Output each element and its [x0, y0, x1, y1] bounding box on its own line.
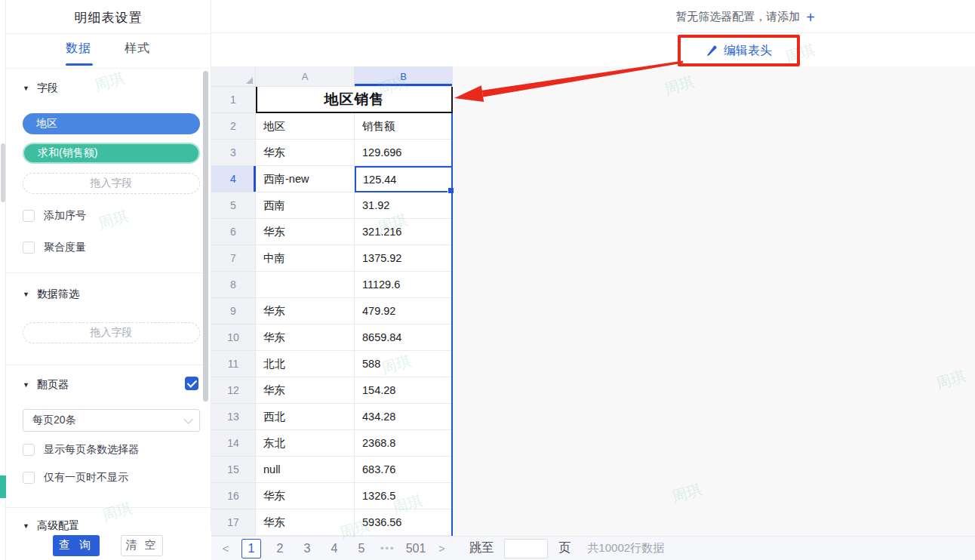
table-row: 7中南1375.92	[211, 245, 453, 272]
clear-button[interactable]: 清 空	[121, 535, 163, 556]
prev-page-icon[interactable]: <	[220, 542, 231, 555]
row-header[interactable]: 6	[211, 219, 256, 245]
cell-region[interactable]	[256, 272, 355, 298]
row-header[interactable]: 14	[211, 430, 256, 457]
row-header[interactable]: 9	[211, 298, 256, 325]
cell-value[interactable]: 154.28	[355, 377, 453, 404]
total-rows-text: 共10002行数据	[587, 541, 664, 555]
cell-region[interactable]: 华东	[256, 298, 355, 325]
cell-region[interactable]: 华东	[256, 140, 355, 166]
cell-region[interactable]: 东北	[256, 430, 355, 457]
cell-region[interactable]: 华东	[256, 325, 355, 351]
sidebar-tabs: 数据 样式	[6, 41, 211, 66]
jump-to-label: 跳至	[469, 540, 494, 556]
cell-value[interactable]: 434.28	[355, 404, 453, 430]
table-row: 811129.6	[211, 272, 453, 298]
cell-value[interactable]: 1375.92	[355, 245, 453, 272]
cell-value[interactable]: 588	[355, 351, 453, 377]
cell-value[interactable]: 683.76	[355, 457, 453, 483]
cell-value[interactable]: 321.216	[355, 219, 453, 245]
ellipsis-pages[interactable]: •••	[380, 543, 395, 554]
row-header[interactable]: 12	[211, 377, 256, 404]
checkbox-unchecked-icon[interactable]	[23, 210, 35, 222]
field-drop-zone[interactable]: 拖入字段	[23, 173, 200, 194]
checkbox-row-show-size-selector[interactable]: 显示每页条数选择器	[23, 443, 139, 457]
cell-value[interactable]: 2368.8	[355, 430, 453, 457]
cell-region[interactable]: 西北	[256, 404, 355, 430]
cell-value[interactable]: 31.92	[355, 192, 453, 219]
checkbox-unchecked-icon[interactable]	[23, 472, 35, 484]
cell-region[interactable]: 华东	[256, 377, 355, 404]
cell-region[interactable]: 西南	[256, 192, 355, 219]
column-header-b[interactable]: B	[355, 66, 453, 87]
page-unit-label: 页	[558, 540, 571, 556]
row-header[interactable]: 1	[211, 87, 256, 113]
cell-region[interactable]: 华东	[256, 219, 355, 245]
sidebar-scrollbar[interactable]	[203, 71, 208, 402]
column-header-a[interactable]: A	[256, 66, 355, 87]
cell-region[interactable]: 华东	[256, 483, 355, 509]
tab-data[interactable]: 数据	[66, 41, 91, 57]
current-page-button[interactable]: 1	[241, 539, 261, 558]
cell-value[interactable]: 5936.56	[355, 509, 453, 536]
checkbox-row-hide-single-page[interactable]: 仅有一页时不显示	[23, 471, 128, 485]
cell-value[interactable]: 1326.5	[355, 483, 453, 509]
checkbox-unchecked-icon[interactable]	[23, 444, 35, 456]
query-button[interactable]: 查 询	[53, 535, 100, 556]
cell-region[interactable]: 北北	[256, 351, 355, 377]
row-header[interactable]: 8	[211, 272, 256, 298]
cell-value[interactable]: 129.696	[355, 140, 453, 166]
page-size-select[interactable]: 每页20条	[23, 409, 200, 432]
page-button[interactable]: 4	[326, 542, 343, 555]
table-title-cell[interactable]: 地区销售	[256, 87, 453, 113]
row-header[interactable]: 16	[211, 483, 256, 509]
add-filter-icon[interactable]: +	[806, 12, 815, 23]
field-pill-region[interactable]: 地区	[23, 113, 200, 134]
select-all-corner[interactable]	[211, 66, 256, 87]
cell-value[interactable]: 8659.84	[355, 325, 453, 351]
tab-style[interactable]: 样式	[125, 41, 150, 57]
next-page-icon[interactable]: >	[436, 542, 447, 555]
table-row: 16华东1326.5	[211, 483, 453, 509]
table-header-row: 2 地区 销售额	[211, 113, 453, 140]
cell-value[interactable]: 11129.6	[355, 272, 453, 298]
row-header[interactable]: 17	[211, 509, 256, 536]
last-page-button[interactable]: 501	[406, 542, 426, 555]
page-button[interactable]: 2	[272, 542, 288, 555]
mini-scrollbar-thumb[interactable]	[1, 143, 5, 202]
cell-region[interactable]: 中南	[256, 245, 355, 272]
row-header[interactable]: 2	[211, 113, 256, 140]
section-fields[interactable]: ▼ 字段	[23, 82, 58, 95]
page-button[interactable]: 3	[299, 542, 315, 555]
cell-value[interactable]: 479.92	[355, 298, 453, 325]
edit-header-button[interactable]: 编辑表头	[706, 43, 772, 59]
jump-page-input[interactable]	[504, 539, 548, 558]
filter-drop-zone[interactable]: 拖入字段	[23, 322, 200, 343]
checkbox-unchecked-icon[interactable]	[23, 242, 35, 254]
sidebar-title: 明细表设置	[6, 9, 211, 26]
section-pager[interactable]: ▼ 翻页器	[23, 378, 69, 392]
table-row: 15null683.76	[211, 457, 453, 483]
cell-region[interactable]: 西南-new	[256, 166, 355, 192]
row-header[interactable]: 10	[211, 325, 256, 351]
active-tab-underline	[66, 63, 93, 66]
header-cell-region[interactable]: 地区	[256, 113, 355, 140]
sidebar-button-bar: 查 询 清 空	[6, 531, 211, 560]
row-header[interactable]: 7	[211, 245, 256, 272]
row-header[interactable]: 5	[211, 192, 256, 219]
header-cell-sales[interactable]: 销售额	[355, 113, 453, 140]
row-header[interactable]: 15	[211, 457, 256, 483]
field-pill-sum-sales[interactable]: 求和(销售额)	[23, 143, 200, 164]
row-header[interactable]: 11	[211, 351, 256, 377]
section-data-filter[interactable]: ▼ 数据筛选	[23, 288, 79, 301]
row-header[interactable]: 13	[211, 404, 256, 430]
checkbox-row-aggregate[interactable]: 聚合度量	[23, 241, 86, 254]
checkbox-row-add-index[interactable]: 添加序号	[23, 209, 86, 223]
row-header[interactable]: 4	[211, 166, 256, 192]
page-button[interactable]: 5	[353, 542, 370, 555]
pager-enabled-checkbox[interactable]	[185, 377, 198, 390]
selected-cell[interactable]: 125.44	[355, 166, 453, 192]
cell-region[interactable]: 华东	[256, 509, 355, 536]
cell-region[interactable]: null	[256, 457, 355, 483]
row-header[interactable]: 3	[211, 140, 256, 166]
